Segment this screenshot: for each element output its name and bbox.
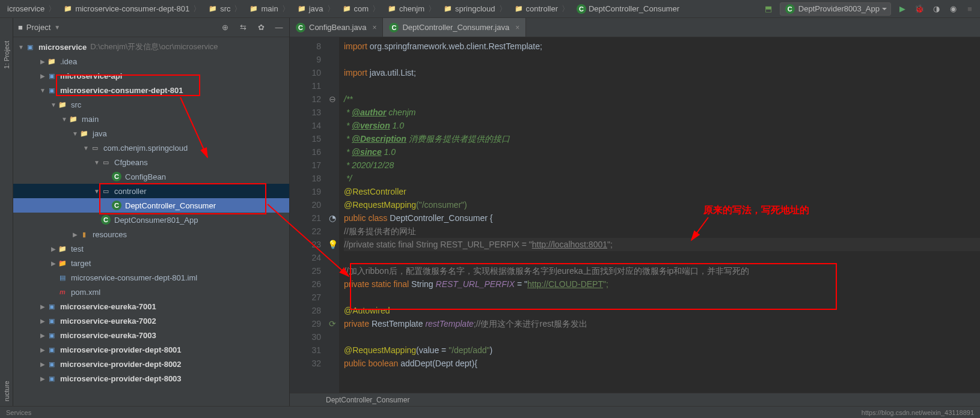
tree-item[interactable]: DeptController_Consumer: [13, 198, 289, 213]
line-number-gutter: 8910111213141516171819202122232425262728…: [290, 37, 326, 393]
settings-icon[interactable]: ✿: [256, 22, 266, 33]
res-icon: [79, 229, 89, 239]
tree-item[interactable]: ▶resources: [13, 227, 289, 241]
status-bar: Services https://blog.csdn.net/weixin_43…: [0, 406, 980, 418]
pkg-icon: [90, 143, 100, 153]
folder-icon: [208, 4, 218, 14]
pkg-icon: [101, 186, 111, 196]
top-toolbar: icroservice〉microservice-consumer-dept-8…: [0, 0, 980, 18]
tree-item[interactable]: pom.xml: [13, 285, 289, 299]
folder-icon: [443, 4, 453, 14]
tree-item[interactable]: microservice-consumer-dept-801.iml: [13, 270, 289, 285]
breadcrumb-item[interactable]: com〉: [340, 2, 384, 16]
breadcrumb-item[interactable]: microservice-consumer-dept-801〉: [61, 2, 204, 16]
target-icon: [58, 258, 67, 268]
tree-item[interactable]: ▼controller: [13, 184, 289, 198]
folder-icon: [387, 4, 397, 14]
code-editor[interactable]: 8910111213141516171819202122232425262728…: [290, 37, 980, 393]
tree-item[interactable]: ▼main: [13, 112, 289, 126]
project-tree[interactable]: ▼microservice D:\chenjm\开发信息\ocr\microse…: [13, 37, 289, 406]
status-left[interactable]: Services: [6, 409, 31, 416]
tool-tab-project[interactable]: 1: Project: [3, 36, 10, 73]
status-right: https://blog.csdn.net/weixin_43118891: [862, 409, 974, 416]
folder-icon: [63, 4, 73, 14]
breadcrumbs: icroservice〉microservice-consumer-dept-8…: [5, 2, 763, 16]
module-icon: [47, 301, 57, 311]
debug-button[interactable]: 🐞: [914, 4, 925, 14]
expand-icon[interactable]: ⇆: [237, 22, 248, 33]
breadcrumb-item[interactable]: src〉: [206, 2, 245, 16]
class-icon: [112, 201, 121, 210]
project-panel-header: ■ Project ▼ ⊕ ⇆ ✿ —: [13, 18, 289, 37]
class-icon: [112, 172, 121, 181]
run-button[interactable]: ▶: [897, 4, 908, 14]
project-panel-title[interactable]: ■ Project ▼: [18, 23, 219, 32]
module-icon: [47, 374, 57, 383]
module-icon: [47, 330, 57, 340]
module-icon: [25, 42, 35, 52]
editor-tabs: ConfigBean.java×DeptController_Consumer.…: [290, 18, 980, 37]
module-icon: [47, 359, 57, 369]
tool-window-bar: 1: Project ructure: [0, 18, 13, 406]
module-icon: [47, 85, 57, 95]
run-config-label: DeptProvider8003_App: [798, 4, 880, 13]
tree-item[interactable]: ▼java: [13, 126, 289, 141]
class-icon: [101, 215, 111, 225]
tree-item[interactable]: ▶.idea: [13, 54, 289, 68]
tool-tab-project-label: 1: Project: [3, 41, 10, 68]
breadcrumb-item[interactable]: springcloud〉: [441, 2, 510, 16]
folder-icon: [47, 56, 57, 66]
stop-button[interactable]: ■: [964, 4, 975, 14]
breadcrumb-item[interactable]: chenjm〉: [385, 2, 439, 16]
build-icon[interactable]: ⬒: [763, 4, 774, 14]
pom-icon: [58, 287, 67, 297]
tree-item[interactable]: ▼Cfgbeans: [13, 155, 289, 169]
breadcrumb-item[interactable]: icroservice〉: [5, 2, 60, 16]
run-icon: [785, 4, 795, 14]
folder-icon: [79, 129, 89, 138]
iml-icon: [58, 273, 67, 282]
module-icon: [47, 71, 57, 80]
breadcrumb-item[interactable]: DeptController_Consumer: [574, 3, 682, 15]
module-icon: [47, 345, 57, 354]
tree-item[interactable]: ▼src: [13, 97, 289, 112]
top-actions: ⬒ DeptProvider8003_App ▶ 🐞 ◑ ◉ ■: [763, 2, 975, 16]
tree-item[interactable]: ▼microservice-consumer-dept-801: [13, 83, 289, 97]
tree-root[interactable]: ▼microservice D:\chenjm\开发信息\ocr\microse…: [13, 40, 289, 54]
breadcrumb-item[interactable]: main〉: [247, 2, 293, 16]
tree-item[interactable]: ▶microservice-eureka-7001: [13, 299, 289, 314]
locate-icon[interactable]: ⊕: [219, 22, 230, 33]
breadcrumb-item[interactable]: controller〉: [512, 2, 573, 16]
tree-item[interactable]: ▶target: [13, 256, 289, 270]
tree-item[interactable]: ▶test: [13, 241, 289, 256]
module-icon: [47, 316, 57, 326]
tree-item[interactable]: ▶microservice-eureka-7002: [13, 314, 289, 328]
editor-breadcrumb[interactable]: DeptController_Consumer: [290, 393, 980, 406]
folder-icon: [342, 4, 352, 14]
class-icon: [577, 4, 586, 14]
close-icon[interactable]: ×: [515, 23, 519, 32]
close-icon[interactable]: ×: [372, 23, 376, 32]
tree-item[interactable]: ▶microservice-api: [13, 68, 289, 83]
breadcrumb-item[interactable]: java〉: [295, 2, 338, 16]
pkg-icon: [101, 157, 111, 167]
tree-item[interactable]: ▶microservice-eureka-7003: [13, 328, 289, 342]
tree-item[interactable]: ▶microservice-provider-dept-8001: [13, 342, 289, 357]
folder-icon: [58, 100, 67, 109]
run-config-selector[interactable]: DeptProvider8003_App: [780, 2, 891, 16]
project-title-text: Project: [26, 23, 51, 32]
tree-item[interactable]: ▶microservice-provider-dept-8002: [13, 357, 289, 371]
tree-item[interactable]: DeptConsumer801_App: [13, 213, 289, 227]
tree-item[interactable]: ▼com.chenjm.springcloud: [13, 141, 289, 155]
tool-tab-structure[interactable]: ructure: [3, 376, 10, 406]
code-content[interactable]: import org.springframework.web.client.Re…: [339, 37, 980, 393]
editor-tab[interactable]: ConfigBean.java×: [290, 18, 383, 37]
class-icon: [296, 23, 305, 32]
profiler-button[interactable]: ◉: [948, 4, 958, 14]
hide-icon[interactable]: —: [274, 22, 284, 33]
editor-breadcrumb-text: DeptController_Consumer: [326, 396, 409, 404]
coverage-button[interactable]: ◑: [931, 4, 942, 14]
editor-tab[interactable]: DeptController_Consumer.java×: [383, 18, 526, 37]
tree-item[interactable]: ▶microservice-provider-dept-8003: [13, 371, 289, 386]
tree-item[interactable]: ConfigBean: [13, 169, 289, 184]
